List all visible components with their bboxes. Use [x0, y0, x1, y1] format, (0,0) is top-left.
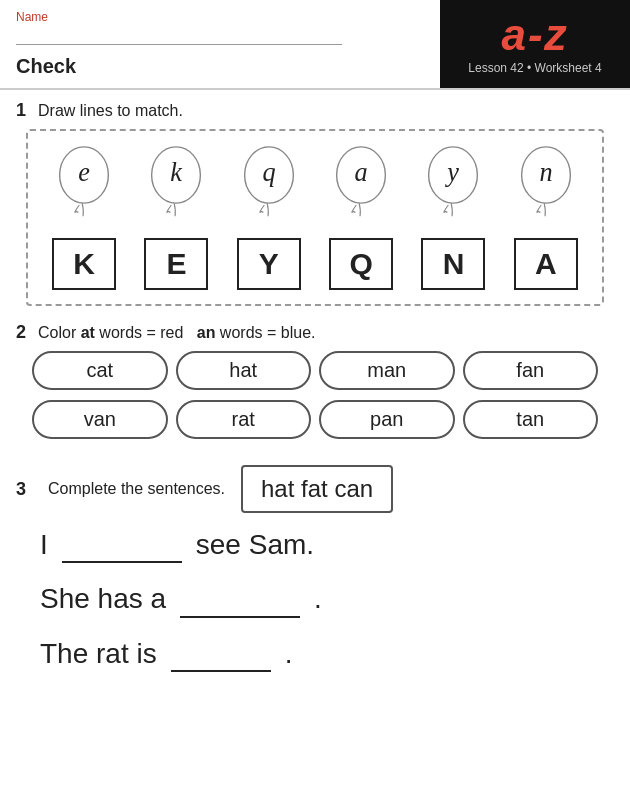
- section3-instruction: Complete the sentences.: [48, 480, 225, 498]
- word-man: man: [319, 351, 455, 390]
- balloon-e: e: [52, 145, 116, 220]
- word-pan: pan: [319, 400, 455, 439]
- letter-box-K: K: [52, 238, 116, 290]
- letter-box-Y: Y: [237, 238, 301, 290]
- balloon-q: q: [237, 145, 301, 220]
- svg-text:n: n: [539, 158, 552, 187]
- section3-header: 3 Complete the sentences. hat fat can: [16, 465, 614, 513]
- section1-num: 1: [16, 100, 32, 121]
- balloon-shape-k: k: [144, 145, 208, 220]
- logo-dash: -z: [528, 10, 569, 59]
- sentence-3: The rat is .: [40, 636, 598, 672]
- logo-subtitle: Lesson 42 • Worksheet 4: [468, 61, 601, 75]
- word-bank-box: hat fat can: [241, 465, 393, 513]
- word-cat: cat: [32, 351, 168, 390]
- sentence-2-end: .: [314, 581, 322, 617]
- sentence-3-start: The rat is: [40, 636, 157, 672]
- word-van: van: [32, 400, 168, 439]
- balloon-shape-y: y: [421, 145, 485, 220]
- section1-instruction: Draw lines to match.: [38, 102, 183, 120]
- an-bold: an: [197, 324, 216, 341]
- balloons-row: e k: [38, 145, 592, 220]
- section2: 2 Color at words = red an words = blue. …: [0, 312, 630, 455]
- balloon-y: y: [421, 145, 485, 220]
- balloon-n: n: [514, 145, 578, 220]
- word-tan: tan: [463, 400, 599, 439]
- balloon-shape-a: a: [329, 145, 393, 220]
- svg-text:e: e: [78, 158, 90, 187]
- sentence-1-start: I: [40, 527, 48, 563]
- section1: 1 Draw lines to match. e: [0, 90, 630, 312]
- sentence-1-end: see Sam.: [196, 527, 314, 563]
- svg-text:k: k: [171, 158, 184, 187]
- letter-box-E: E: [144, 238, 208, 290]
- letters-row: K E Y Q N A: [38, 238, 592, 290]
- svg-text:y: y: [445, 158, 460, 187]
- letter-box-Q: Q: [329, 238, 393, 290]
- balloon-shape-q: q: [237, 145, 301, 220]
- logo-box: a-z Lesson 42 • Worksheet 4: [440, 0, 630, 88]
- word-hat: hat: [176, 351, 312, 390]
- logo-a: a: [501, 10, 527, 59]
- balloon-shape-n: n: [514, 145, 578, 220]
- section3-num: 3: [16, 479, 32, 500]
- word-fan: fan: [463, 351, 599, 390]
- header: Name Check a-z Lesson 42 • Worksheet 4: [0, 0, 630, 90]
- match-box: e k: [26, 129, 604, 306]
- sentence-2: She has a .: [40, 581, 598, 617]
- name-line: [16, 28, 342, 45]
- balloon-k: k: [144, 145, 208, 220]
- svg-text:q: q: [262, 158, 275, 187]
- svg-text:a: a: [355, 158, 368, 187]
- name-label: Name: [16, 10, 424, 24]
- section2-instruction: Color at words = red an words = blue.: [38, 324, 315, 342]
- name-area: Name Check: [0, 0, 440, 88]
- sentence-3-blank: [171, 666, 271, 672]
- letter-box-A: A: [514, 238, 578, 290]
- sentence-1-blank: [62, 557, 182, 563]
- section2-num: 2: [16, 322, 32, 343]
- sentences-area: I see Sam. She has a . The rat is .: [16, 527, 614, 700]
- at-bold: at: [81, 324, 95, 341]
- sentence-3-end: .: [285, 636, 293, 672]
- logo-az: a-z: [501, 13, 568, 57]
- balloon-shape-e: e: [52, 145, 116, 220]
- words-grid: cat hat man fan van rat pan tan: [32, 351, 598, 439]
- check-label: Check: [16, 55, 424, 78]
- balloon-a: a: [329, 145, 393, 220]
- section1-header: 1 Draw lines to match.: [16, 100, 614, 121]
- sentence-2-start: She has a: [40, 581, 166, 617]
- word-rat: rat: [176, 400, 312, 439]
- letter-box-N: N: [421, 238, 485, 290]
- sentence-1: I see Sam.: [40, 527, 598, 563]
- sentence-2-blank: [180, 612, 300, 618]
- section3: 3 Complete the sentences. hat fat can I …: [0, 455, 630, 706]
- section2-header: 2 Color at words = red an words = blue.: [16, 322, 614, 343]
